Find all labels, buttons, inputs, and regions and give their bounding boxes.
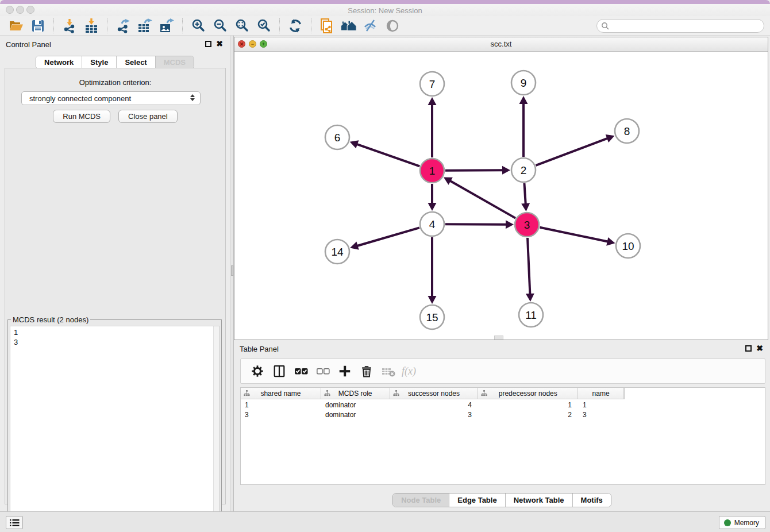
search-icon bbox=[601, 22, 609, 32]
tab-network[interactable]: Network bbox=[36, 56, 82, 68]
delete-table-icon[interactable] bbox=[380, 363, 397, 380]
graph-edge[interactable] bbox=[445, 224, 507, 225]
graph-node-label: 10 bbox=[622, 240, 634, 252]
graph-edge-arrowhead bbox=[502, 166, 510, 175]
table-panel-tabs: Node TableEdge TableNetwork TableMotifs bbox=[234, 493, 770, 507]
graph-edge[interactable] bbox=[540, 228, 609, 242]
table-cell[interactable]: dominator bbox=[321, 410, 390, 419]
refresh-icon[interactable] bbox=[287, 18, 303, 34]
memory-button[interactable]: Memory bbox=[719, 516, 765, 529]
zoom-selected-icon[interactable] bbox=[256, 18, 272, 34]
toolbar-separator bbox=[107, 18, 107, 33]
zoom-in-icon[interactable] bbox=[190, 18, 206, 34]
export-table-icon[interactable] bbox=[137, 18, 153, 34]
import-table-icon[interactable] bbox=[83, 18, 99, 34]
network-window-title: scc.txt bbox=[234, 40, 768, 48]
import-network-icon[interactable] bbox=[61, 18, 78, 34]
tab-mcds[interactable]: MCDS bbox=[156, 56, 194, 68]
result-scrollbar[interactable] bbox=[213, 326, 219, 530]
graph-edge[interactable] bbox=[449, 180, 515, 218]
column-header-predecessor-nodes[interactable]: predecessor nodes bbox=[478, 388, 578, 399]
close-table-panel-icon[interactable]: ✖ bbox=[756, 344, 763, 353]
graph-edge[interactable] bbox=[528, 238, 530, 295]
table-settings-gear-icon[interactable] bbox=[249, 363, 266, 380]
column-header-successor-nodes[interactable]: successor nodes bbox=[390, 388, 479, 399]
task-history-button[interactable] bbox=[6, 516, 23, 529]
export-network-icon[interactable] bbox=[115, 18, 131, 34]
table-cell[interactable]: 3 bbox=[241, 410, 321, 419]
close-panel-button[interactable]: Close panel bbox=[118, 110, 178, 123]
mcds-result-box[interactable]: 1 3 bbox=[10, 326, 220, 530]
column-sort-icon bbox=[393, 390, 399, 398]
close-panel-icon[interactable]: ✖ bbox=[216, 39, 223, 48]
table-cell[interactable]: 1 bbox=[479, 400, 579, 410]
table-cell[interactable]: 1 bbox=[241, 400, 321, 410]
function-builder-icon[interactable]: f(x) bbox=[402, 365, 416, 377]
splitter-grip[interactable] bbox=[231, 265, 233, 276]
tab-node-table[interactable]: Node Table bbox=[393, 494, 449, 507]
table-cell[interactable]: 1 bbox=[579, 400, 625, 410]
split-pane-grip[interactable] bbox=[494, 336, 503, 340]
graph-edge-arrowhead bbox=[350, 241, 359, 249]
add-column-icon[interactable] bbox=[336, 363, 353, 380]
graph-edge[interactable] bbox=[524, 183, 525, 205]
vertical-splitter[interactable] bbox=[230, 36, 234, 511]
tab-style[interactable]: Style bbox=[82, 56, 117, 68]
column-header-name[interactable]: name bbox=[578, 388, 624, 399]
table-cell[interactable]: 2 bbox=[479, 410, 579, 419]
node-table[interactable]: shared nameMCDS rolesuccessor nodesprede… bbox=[240, 387, 765, 485]
graph-edge[interactable] bbox=[357, 228, 419, 246]
show-eye-icon[interactable] bbox=[384, 18, 401, 34]
tab-network-table[interactable]: Network Table bbox=[506, 494, 573, 507]
graph-node-label: 8 bbox=[624, 125, 630, 137]
graph-node-label: 11 bbox=[525, 309, 537, 321]
float-table-panel-icon[interactable] bbox=[745, 345, 752, 352]
toolbar-separator bbox=[53, 18, 54, 33]
window-title: Session: New Session bbox=[0, 6, 770, 15]
control-panel-tabs: NetworkStyleSelectMCDS bbox=[0, 56, 230, 69]
graph-node-label: 4 bbox=[429, 218, 436, 230]
graph-node-label: 15 bbox=[426, 311, 438, 323]
table-cell[interactable]: 4 bbox=[390, 400, 479, 410]
criterion-dropdown[interactable]: strongly connected component bbox=[21, 91, 201, 105]
tab-edge-table[interactable]: Edge Table bbox=[449, 494, 505, 507]
column-header-shared-name[interactable]: shared name bbox=[241, 388, 321, 399]
mcds-result-title: MCDS result (2 nodes) bbox=[11, 315, 90, 324]
graph-edge-arrowhead bbox=[428, 203, 437, 211]
tab-select[interactable]: Select bbox=[117, 56, 155, 68]
graph-edge[interactable] bbox=[445, 170, 503, 171]
graph-edge[interactable] bbox=[536, 138, 609, 165]
search-box bbox=[596, 19, 764, 33]
deselect-all-icon[interactable] bbox=[314, 363, 332, 380]
titlebar: Session: New Session bbox=[0, 4, 770, 16]
column-header-MCDS-role[interactable]: MCDS role bbox=[321, 388, 390, 399]
table-row[interactable]: 3dominator323 bbox=[241, 410, 765, 419]
table-row[interactable]: 1dominator411 bbox=[241, 400, 765, 410]
table-cell[interactable]: 3 bbox=[579, 410, 625, 419]
delete-column-trash-icon[interactable] bbox=[358, 363, 375, 380]
column-layout-icon[interactable] bbox=[271, 363, 288, 380]
new-network-from-file-icon[interactable] bbox=[319, 18, 335, 34]
run-mcds-button[interactable]: Run MCDS bbox=[53, 110, 110, 123]
tab-motifs[interactable]: Motifs bbox=[573, 494, 611, 507]
status-bar: Memory bbox=[0, 511, 770, 532]
graph-node-label: 9 bbox=[521, 77, 527, 89]
float-panel-icon[interactable] bbox=[205, 41, 211, 47]
network-canvas[interactable]: 7968124314101511 bbox=[234, 52, 768, 340]
control-panel-header: Control Panel ✖ bbox=[0, 36, 230, 52]
memory-label: Memory bbox=[734, 519, 759, 527]
export-image-icon[interactable] bbox=[159, 18, 175, 34]
network-window-titlebar[interactable]: ✕ − + scc.txt bbox=[234, 37, 768, 52]
save-session-icon[interactable] bbox=[30, 18, 46, 34]
zoom-fit-icon[interactable] bbox=[234, 18, 250, 34]
home-networks-icon[interactable] bbox=[341, 18, 357, 34]
select-all-icon[interactable] bbox=[292, 363, 310, 380]
open-session-icon[interactable] bbox=[8, 18, 24, 34]
graph-edge[interactable] bbox=[356, 144, 419, 167]
search-input[interactable] bbox=[596, 19, 764, 33]
graph-edge-arrowhead bbox=[519, 96, 528, 104]
hide-elements-icon[interactable] bbox=[363, 18, 379, 34]
table-cell[interactable]: 3 bbox=[390, 410, 479, 419]
table-cell[interactable]: dominator bbox=[321, 400, 390, 410]
zoom-out-icon[interactable] bbox=[212, 18, 228, 34]
